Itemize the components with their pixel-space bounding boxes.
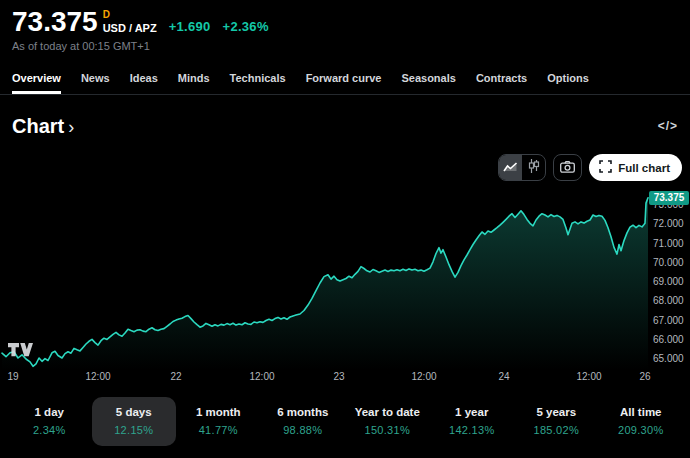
fullscreen-icon	[599, 159, 612, 177]
camera-icon	[560, 159, 575, 177]
range-label: 1 day	[7, 406, 92, 418]
price-chart-area: 73.000 72.000 71.000 70.000 69.000 68.00…	[0, 188, 690, 386]
tab-options[interactable]: Options	[547, 66, 589, 94]
change-percent: +2.36%	[223, 19, 269, 34]
chart-style-segmented-control	[498, 154, 546, 181]
range-percent: 12.15%	[92, 424, 177, 436]
range-label: 6 months	[261, 406, 346, 418]
nav-tabs: Overview News Ideas Minds Technicals For…	[0, 66, 690, 95]
tab-ideas[interactable]: Ideas	[130, 66, 158, 94]
price-scale-tick: 68.000	[653, 296, 684, 306]
change-absolute: +1.690	[169, 19, 211, 34]
tab-news[interactable]: News	[81, 66, 110, 94]
price-scale-tick: 66.000	[653, 335, 684, 345]
range-all-time[interactable]: All time 209.30%	[599, 397, 684, 446]
time-scale-tick: 12:00	[576, 371, 601, 382]
range-percent: 98.88%	[261, 424, 346, 436]
range-percent: 185.02%	[514, 424, 599, 436]
time-scale-tick: 12:00	[411, 371, 436, 382]
range-percent: 41.77%	[176, 424, 261, 436]
embed-code-icon[interactable]: </>	[658, 119, 678, 133]
full-chart-button[interactable]: Full chart	[589, 154, 682, 181]
symbol-overview-widget: 73.375 D USD / APZ +1.690 +2.36% As of t…	[0, 0, 690, 458]
range-percent: 150.31%	[345, 424, 430, 436]
tab-technicals[interactable]: Technicals	[230, 66, 286, 94]
price-scale-tick: 70.000	[653, 258, 684, 268]
tab-contracts[interactable]: Contracts	[476, 66, 527, 94]
candles-chart-style-button[interactable]	[522, 155, 545, 180]
price-chart[interactable]	[0, 188, 648, 372]
tradingview-logo[interactable]	[8, 343, 33, 363]
range-1-month[interactable]: 1 month 41.77%	[176, 397, 261, 446]
screenshot-button[interactable]	[553, 154, 582, 181]
price-scale[interactable]: 73.000 72.000 71.000 70.000 69.000 68.00…	[648, 188, 690, 372]
as-of-timestamp: As of today at 00:15 GMT+1	[12, 40, 150, 52]
price-scale-tick: 72.000	[653, 219, 684, 229]
tab-minds[interactable]: Minds	[178, 66, 210, 94]
time-scale-tick: 22	[170, 371, 181, 382]
range-6-months[interactable]: 6 months 98.88%	[261, 397, 346, 446]
time-scale-tick: 26	[639, 371, 650, 382]
area-chart-style-button[interactable]	[499, 155, 522, 180]
interval-badge: D	[103, 10, 157, 20]
price-change: +1.690 +2.36%	[169, 19, 269, 36]
price-scale-tick: 67.000	[653, 316, 684, 326]
candlestick-icon	[528, 159, 540, 177]
chart-toolbar: Full chart	[498, 154, 682, 181]
tab-seasonals[interactable]: Seasonals	[401, 66, 455, 94]
range-5-years[interactable]: 5 years 185.02%	[514, 397, 599, 446]
time-scale[interactable]: 19 12:00 22 12:00 23 12:00 24 12:00 26	[0, 371, 648, 385]
chart-section-title: Chart	[12, 115, 64, 138]
symbol-name: USD / APZ	[103, 23, 157, 36]
chart-section-link[interactable]: Chart ›	[12, 115, 74, 138]
range-label: 5 days	[92, 406, 177, 418]
range-percent: 209.30%	[599, 424, 684, 436]
range-label: 5 years	[514, 406, 599, 418]
price-scale-tick: 69.000	[653, 277, 684, 287]
area-chart-icon	[503, 159, 518, 177]
price-scale-tick: 65.000	[653, 354, 684, 364]
tab-forward-curve[interactable]: Forward curve	[306, 66, 382, 94]
range-1-year[interactable]: 1 year 142.13%	[430, 397, 515, 446]
time-scale-tick: 12:00	[249, 371, 274, 382]
price-scale-tick: 71.000	[653, 239, 684, 249]
range-selector: 1 day 2.34% 5 days 12.15% 1 month 41.77%…	[7, 397, 683, 446]
range-1-day[interactable]: 1 day 2.34%	[7, 397, 92, 446]
tab-overview[interactable]: Overview	[12, 66, 61, 94]
last-price: 73.375	[12, 8, 98, 36]
time-scale-tick: 12:00	[85, 371, 110, 382]
time-scale-tick: 23	[333, 371, 344, 382]
range-5-days[interactable]: 5 days 12.15%	[92, 397, 177, 446]
full-chart-label: Full chart	[618, 162, 670, 174]
range-label: Year to date	[345, 406, 430, 418]
time-scale-tick: 19	[7, 371, 18, 382]
range-year-to-date[interactable]: Year to date 150.31%	[345, 397, 430, 446]
range-label: 1 year	[430, 406, 515, 418]
time-scale-tick: 24	[498, 371, 509, 382]
chevron-right-icon: ›	[68, 117, 74, 138]
range-label: 1 month	[176, 406, 261, 418]
quote-header: 73.375 D USD / APZ +1.690 +2.36%	[12, 8, 269, 36]
last-price-badge: 73.375	[649, 191, 689, 205]
range-percent: 2.34%	[7, 424, 92, 436]
range-percent: 142.13%	[430, 424, 515, 436]
range-label: All time	[599, 406, 684, 418]
